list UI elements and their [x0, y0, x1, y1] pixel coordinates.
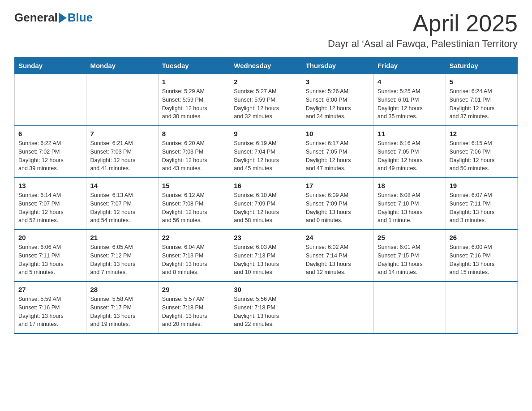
day-number: 30 — [234, 286, 298, 293]
calendar-cell — [86, 74, 158, 126]
day-of-week-header: Wednesday — [230, 57, 302, 74]
calendar-cell: 2Sunrise: 5:27 AMSunset: 5:59 PMDaylight… — [230, 74, 302, 126]
day-number: 15 — [162, 182, 226, 189]
day-info: Sunrise: 6:08 AMSunset: 7:10 PMDaylight:… — [378, 191, 442, 225]
calendar-cell: 10Sunrise: 6:17 AMSunset: 7:05 PMDayligh… — [302, 126, 373, 178]
day-number: 5 — [450, 78, 514, 86]
day-number: 16 — [234, 182, 298, 189]
day-number: 14 — [90, 182, 154, 189]
day-number: 21 — [90, 234, 154, 241]
logo-blue-text: Blue — [68, 11, 93, 25]
calendar-cell: 3Sunrise: 5:26 AMSunset: 6:00 PMDaylight… — [302, 74, 373, 126]
day-info: Sunrise: 5:59 AMSunset: 7:16 PMDaylight:… — [18, 295, 82, 329]
calendar-week-row: 20Sunrise: 6:06 AMSunset: 7:11 PMDayligh… — [15, 230, 518, 282]
day-info: Sunrise: 5:56 AMSunset: 7:18 PMDaylight:… — [234, 295, 298, 329]
location-subtitle: Dayr al ‘Asal al Fawqa, Palestinian Terr… — [328, 38, 518, 50]
day-info: Sunrise: 6:12 AMSunset: 7:08 PMDaylight:… — [162, 191, 226, 225]
day-number: 26 — [450, 234, 514, 241]
day-info: Sunrise: 5:58 AMSunset: 7:17 PMDaylight:… — [90, 295, 154, 329]
day-number: 29 — [162, 286, 226, 293]
calendar-cell: 14Sunrise: 6:13 AMSunset: 7:07 PMDayligh… — [86, 178, 158, 230]
day-number: 17 — [306, 182, 370, 189]
day-info: Sunrise: 5:26 AMSunset: 6:00 PMDaylight:… — [306, 87, 370, 121]
calendar-cell: 11Sunrise: 6:16 AMSunset: 7:05 PMDayligh… — [374, 126, 446, 178]
day-of-week-header: Sunday — [15, 57, 86, 74]
day-of-week-header: Monday — [86, 57, 158, 74]
day-info: Sunrise: 5:29 AMSunset: 5:59 PMDaylight:… — [162, 87, 226, 121]
calendar-cell: 28Sunrise: 5:58 AMSunset: 7:17 PMDayligh… — [86, 282, 158, 334]
calendar-cell: 9Sunrise: 6:19 AMSunset: 7:04 PMDaylight… — [230, 126, 302, 178]
calendar-table: SundayMondayTuesdayWednesdayThursdayFrid… — [14, 57, 518, 334]
logo-general-text: General — [14, 11, 58, 25]
day-number: 12 — [450, 130, 514, 137]
calendar-cell: 26Sunrise: 6:00 AMSunset: 7:16 PMDayligh… — [446, 230, 517, 282]
day-info: Sunrise: 6:15 AMSunset: 7:06 PMDaylight:… — [450, 139, 514, 173]
calendar-cell: 30Sunrise: 5:56 AMSunset: 7:18 PMDayligh… — [230, 282, 302, 334]
calendar-cell: 15Sunrise: 6:12 AMSunset: 7:08 PMDayligh… — [158, 178, 230, 230]
month-title: April 2025 — [328, 11, 518, 36]
calendar-cell — [15, 74, 86, 126]
calendar-week-row: 1Sunrise: 5:29 AMSunset: 5:59 PMDaylight… — [15, 74, 518, 126]
day-number: 20 — [18, 234, 82, 241]
calendar-cell: 16Sunrise: 6:10 AMSunset: 7:09 PMDayligh… — [230, 178, 302, 230]
calendar-cell: 4Sunrise: 5:25 AMSunset: 6:01 PMDaylight… — [374, 74, 446, 126]
day-info: Sunrise: 5:27 AMSunset: 5:59 PMDaylight:… — [234, 87, 298, 121]
calendar-header-row: SundayMondayTuesdayWednesdayThursdayFrid… — [15, 57, 518, 74]
day-info: Sunrise: 6:06 AMSunset: 7:11 PMDaylight:… — [18, 243, 82, 277]
day-info: Sunrise: 6:20 AMSunset: 7:03 PMDaylight:… — [162, 139, 226, 173]
logo-arrow-icon — [59, 13, 67, 23]
day-info: Sunrise: 5:57 AMSunset: 7:18 PMDaylight:… — [162, 295, 226, 329]
day-info: Sunrise: 6:07 AMSunset: 7:11 PMDaylight:… — [450, 191, 514, 225]
calendar-cell: 29Sunrise: 5:57 AMSunset: 7:18 PMDayligh… — [158, 282, 230, 334]
day-info: Sunrise: 6:14 AMSunset: 7:07 PMDaylight:… — [18, 191, 82, 225]
day-of-week-header: Saturday — [446, 57, 517, 74]
day-info: Sunrise: 6:04 AMSunset: 7:13 PMDaylight:… — [162, 243, 226, 277]
day-number: 10 — [306, 130, 370, 137]
calendar-cell: 7Sunrise: 6:21 AMSunset: 7:03 PMDaylight… — [86, 126, 158, 178]
day-of-week-header: Thursday — [302, 57, 373, 74]
calendar-cell: 5Sunrise: 6:24 AMSunset: 7:01 PMDaylight… — [446, 74, 517, 126]
day-info: Sunrise: 6:22 AMSunset: 7:02 PMDaylight:… — [18, 139, 82, 173]
calendar-cell: 12Sunrise: 6:15 AMSunset: 7:06 PMDayligh… — [446, 126, 517, 178]
day-number: 24 — [306, 234, 370, 241]
day-info: Sunrise: 6:03 AMSunset: 7:13 PMDaylight:… — [234, 243, 298, 277]
calendar-cell: 17Sunrise: 6:09 AMSunset: 7:09 PMDayligh… — [302, 178, 373, 230]
day-info: Sunrise: 6:17 AMSunset: 7:05 PMDaylight:… — [306, 139, 370, 173]
day-number: 8 — [162, 130, 226, 137]
day-info: Sunrise: 6:13 AMSunset: 7:07 PMDaylight:… — [90, 191, 154, 225]
day-of-week-header: Friday — [374, 57, 446, 74]
page-header: General Blue April 2025 Dayr al ‘Asal al… — [14, 11, 518, 50]
day-info: Sunrise: 6:10 AMSunset: 7:09 PMDaylight:… — [234, 191, 298, 225]
calendar-cell: 18Sunrise: 6:08 AMSunset: 7:10 PMDayligh… — [374, 178, 446, 230]
calendar-cell: 24Sunrise: 6:02 AMSunset: 7:14 PMDayligh… — [302, 230, 373, 282]
calendar-week-row: 6Sunrise: 6:22 AMSunset: 7:02 PMDaylight… — [15, 126, 518, 178]
calendar-cell: 25Sunrise: 6:01 AMSunset: 7:15 PMDayligh… — [374, 230, 446, 282]
day-info: Sunrise: 6:19 AMSunset: 7:04 PMDaylight:… — [234, 139, 298, 173]
calendar-cell: 6Sunrise: 6:22 AMSunset: 7:02 PMDaylight… — [15, 126, 86, 178]
day-number: 23 — [234, 234, 298, 241]
day-number: 18 — [378, 182, 442, 189]
day-number: 6 — [18, 130, 82, 137]
calendar-week-row: 27Sunrise: 5:59 AMSunset: 7:16 PMDayligh… — [15, 282, 518, 334]
day-number: 22 — [162, 234, 226, 241]
logo: General Blue — [14, 11, 93, 25]
calendar-cell: 8Sunrise: 6:20 AMSunset: 7:03 PMDaylight… — [158, 126, 230, 178]
day-info: Sunrise: 6:24 AMSunset: 7:01 PMDaylight:… — [450, 87, 514, 121]
calendar-week-row: 13Sunrise: 6:14 AMSunset: 7:07 PMDayligh… — [15, 178, 518, 230]
day-info: Sunrise: 6:05 AMSunset: 7:12 PMDaylight:… — [90, 243, 154, 277]
calendar-cell — [446, 282, 517, 334]
calendar-cell — [374, 282, 446, 334]
calendar-cell: 27Sunrise: 5:59 AMSunset: 7:16 PMDayligh… — [15, 282, 86, 334]
calendar-cell: 19Sunrise: 6:07 AMSunset: 7:11 PMDayligh… — [446, 178, 517, 230]
day-of-week-header: Tuesday — [158, 57, 230, 74]
day-number: 25 — [378, 234, 442, 241]
day-number: 2 — [234, 78, 298, 86]
calendar-cell: 13Sunrise: 6:14 AMSunset: 7:07 PMDayligh… — [15, 178, 86, 230]
day-info: Sunrise: 6:01 AMSunset: 7:15 PMDaylight:… — [378, 243, 442, 277]
day-number: 19 — [450, 182, 514, 189]
day-number: 7 — [90, 130, 154, 137]
day-number: 3 — [306, 78, 370, 86]
day-number: 4 — [378, 78, 442, 86]
day-info: Sunrise: 6:09 AMSunset: 7:09 PMDaylight:… — [306, 191, 370, 225]
day-number: 13 — [18, 182, 82, 189]
